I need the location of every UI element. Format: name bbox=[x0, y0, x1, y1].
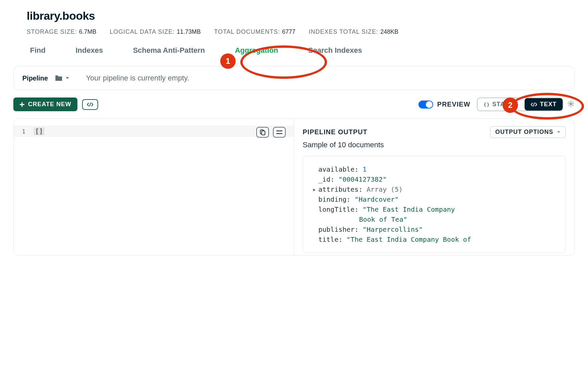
doc-key-binding: binding bbox=[318, 195, 346, 203]
mode-text-label: TEXT bbox=[540, 101, 557, 108]
stat-storage-label: STORAGE SIZE: bbox=[27, 28, 77, 35]
tabs: Find Indexes Schema Anti-Pattern Aggrega… bbox=[30, 45, 575, 56]
format-button[interactable] bbox=[273, 127, 286, 138]
stat-idx-label: INDEXES TOTAL SIZE: bbox=[309, 28, 378, 35]
tab-schema-anti-pattern[interactable]: Schema Anti-Pattern bbox=[133, 45, 205, 56]
doc-value-title: "The East India Company Book of bbox=[346, 235, 471, 243]
doc-key-publisher: publisher bbox=[318, 225, 354, 233]
doc-key-available: available bbox=[318, 165, 354, 173]
tab-indexes[interactable]: Indexes bbox=[75, 45, 103, 56]
sample-text: Sample of 10 documents bbox=[303, 141, 566, 149]
pipeline-label: Pipeline bbox=[22, 74, 48, 82]
output-title: PIPELINE OUTPUT bbox=[303, 128, 367, 136]
pipeline-empty-text: Your pipeline is currently empty. bbox=[86, 74, 189, 82]
output-options-button[interactable]: OUTPUT OPTIONS bbox=[490, 126, 566, 138]
copy-button[interactable] bbox=[256, 127, 269, 138]
doc-value-attributes: Array (5) bbox=[367, 185, 403, 193]
tab-search-indexes[interactable]: Search Indexes bbox=[308, 45, 362, 56]
page-title: library.books bbox=[27, 9, 575, 22]
annotation-badge-2: 2 bbox=[503, 98, 518, 113]
document-card: available: 1 _id: "0004127382" ▸attribut… bbox=[303, 156, 566, 253]
stat-logical: LOGICAL DATA SIZE: 11.73MB bbox=[110, 28, 201, 35]
editor-content: [] bbox=[34, 127, 44, 135]
settings-button[interactable] bbox=[567, 100, 575, 109]
tab-find[interactable]: Find bbox=[30, 45, 45, 56]
output-pane: PIPELINE OUTPUT OUTPUT OPTIONS Sample of… bbox=[294, 119, 574, 255]
doc-key-title: title bbox=[318, 235, 338, 243]
code-icon bbox=[531, 102, 537, 107]
preview-toggle[interactable] bbox=[418, 101, 433, 109]
chevron-down-icon bbox=[65, 77, 69, 79]
mode-text[interactable]: TEXT bbox=[525, 98, 563, 111]
editor-line: 1 [] bbox=[14, 126, 294, 137]
code-icon bbox=[87, 102, 93, 107]
chevron-down-icon bbox=[557, 131, 561, 134]
view-mode-pill: {} STAGES TEXT bbox=[477, 98, 563, 111]
stat-logical-value: 11.73MB bbox=[177, 28, 201, 35]
folder-icon bbox=[55, 75, 63, 81]
svg-point-1 bbox=[570, 103, 572, 105]
stat-idx: INDEXES TOTAL SIZE: 248KB bbox=[309, 28, 398, 35]
braces-icon: {} bbox=[484, 102, 490, 107]
doc-key-attributes: attributes bbox=[318, 185, 358, 193]
stat-storage: STORAGE SIZE: 6.7MB bbox=[27, 28, 96, 35]
svg-text:{}: {} bbox=[484, 102, 490, 107]
pipeline-bar: Pipeline Your pipeline is currently empt… bbox=[13, 66, 575, 90]
stat-storage-value: 6.7MB bbox=[79, 28, 96, 35]
doc-value-longtitle-1: "The East India Company bbox=[362, 205, 455, 213]
preview-toggle-group: PREVIEW bbox=[418, 101, 470, 109]
doc-value-available: 1 bbox=[362, 165, 366, 173]
annotation-badge-1: 1 bbox=[220, 53, 236, 69]
stat-logical-label: LOGICAL DATA SIZE: bbox=[110, 28, 175, 35]
plus-icon bbox=[19, 102, 25, 107]
create-new-label: CREATE NEW bbox=[28, 101, 71, 108]
editor-pane[interactable]: 1 [] bbox=[14, 119, 294, 255]
stat-docs-label: TOTAL DOCUMENTS: bbox=[214, 28, 280, 35]
preview-label: PREVIEW bbox=[437, 101, 470, 108]
stat-docs: TOTAL DOCUMENTS: 6777 bbox=[214, 28, 296, 35]
output-options-label: OUTPUT OPTIONS bbox=[495, 129, 553, 136]
pipeline-folder-dropdown[interactable] bbox=[55, 75, 69, 81]
stats-row: STORAGE SIZE: 6.7MB LOGICAL DATA SIZE: 1… bbox=[27, 28, 575, 35]
controls-row: CREATE NEW PREVIEW {} STAGES TEXT bbox=[13, 98, 575, 111]
format-icon bbox=[276, 130, 283, 135]
tab-aggregation[interactable]: Aggregation bbox=[235, 45, 278, 56]
copy-icon bbox=[260, 129, 266, 135]
doc-value-longtitle-2: Book of Tea" bbox=[359, 215, 407, 223]
doc-value-binding: "Hardcover" bbox=[354, 195, 398, 203]
doc-key-id: _id bbox=[318, 175, 330, 183]
create-new-button[interactable]: CREATE NEW bbox=[13, 98, 77, 111]
stat-idx-value: 248KB bbox=[380, 28, 398, 35]
gear-icon bbox=[567, 100, 575, 108]
expand-caret-icon[interactable]: ▸ bbox=[312, 184, 316, 194]
doc-value-id: "0004127382" bbox=[338, 175, 387, 183]
code-button[interactable] bbox=[82, 99, 98, 110]
line-number: 1 bbox=[14, 128, 34, 135]
doc-value-publisher: "Harpercollins" bbox=[362, 225, 423, 233]
svg-rect-3 bbox=[262, 131, 265, 135]
stat-docs-value: 6777 bbox=[282, 28, 295, 35]
doc-key-longtitle: longTitle bbox=[318, 205, 354, 213]
toggle-knob bbox=[426, 101, 432, 108]
editor-area: 1 [] PIPELINE OUTPUT OUTPUT OPTIONS bbox=[13, 119, 575, 255]
